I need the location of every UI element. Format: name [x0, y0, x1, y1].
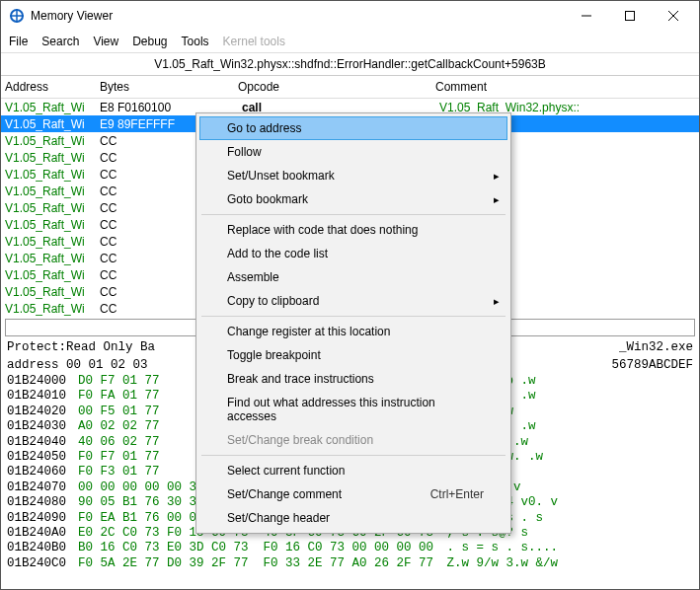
menu-search[interactable]: Search [41, 35, 79, 48]
menu-item[interactable]: Set/Change header [199, 506, 507, 530]
menu-kernel-tools[interactable]: Kernel tools [223, 35, 285, 48]
menu-item[interactable]: Change register at this location [199, 320, 507, 343]
context-menu: Go to addressFollowSet/Unset bookmark▸Go… [195, 112, 511, 534]
hex-addr: 01B24060 [7, 465, 78, 479]
col-bytes[interactable]: Bytes [100, 80, 238, 94]
hex-addr: 01B24040 [7, 435, 78, 450]
app-icon [9, 8, 25, 24]
hex-addr: 01B24030 [7, 419, 78, 434]
module-label: _Win32.exe [619, 340, 693, 354]
disasm-header: Address Bytes Opcode Comment [1, 76, 699, 99]
menu-item[interactable]: Assemble [199, 265, 507, 289]
chevron-right-icon: ▸ [494, 170, 500, 183]
addr-cell: V1.05_Raft_Wi [1, 285, 100, 299]
minimize-button[interactable] [565, 2, 608, 30]
menu-separator [201, 214, 506, 215]
addr-cell: V1.05_Raft_Wi [1, 302, 100, 316]
svg-rect-4 [626, 12, 635, 21]
menu-item[interactable]: Set/Change commentCtrl+Enter [199, 482, 507, 506]
menu-item[interactable]: Goto bookmark▸ [199, 187, 507, 211]
menu-file[interactable]: File [9, 35, 28, 48]
menu-item-label: Break and trace instructions [227, 372, 484, 386]
hex-addr: 01B240C0 [7, 556, 78, 571]
menu-item-label: Goto bookmark [227, 192, 484, 206]
menu-item-label: Copy to clipboard [227, 294, 484, 308]
menu-item-label: Replace with code that does nothing [227, 223, 484, 237]
menu-item[interactable]: Go to address [199, 116, 507, 140]
window-controls [565, 2, 695, 30]
menu-item[interactable]: Find out what addresses this instruction… [199, 391, 507, 428]
hex-addr: 01B24050 [7, 450, 78, 465]
menu-item: Set/Change break condition [199, 428, 507, 452]
menu-item-label: Toggle breakpoint [227, 348, 484, 362]
addr-cell: V1.05_Raft_Wi [1, 168, 100, 182]
hex-addr: 01B24000 [7, 374, 78, 389]
menu-item-label: Set/Change break condition [227, 433, 484, 447]
menu-item-label: Set/Unset bookmark [227, 169, 484, 183]
hex-addr: 01B240A0 [7, 526, 78, 541]
menu-item-label: Select current function [227, 464, 484, 478]
hex-addr: 01B240B0 [7, 541, 78, 555]
menu-debug[interactable]: Debug [132, 35, 167, 48]
menu-item-label: Change register at this location [227, 325, 484, 338]
menu-item[interactable]: Select current function [199, 459, 507, 482]
window-title: Memory Viewer [31, 9, 565, 23]
addr-cell: V1.05_Raft_Wi [1, 268, 100, 282]
hex-row[interactable]: 01B240C0F0 5A 2E 77 D0 39 2F 77 F0 33 2E… [1, 556, 699, 571]
menu-item[interactable]: Add to the code list [199, 242, 507, 265]
menu-separator [201, 316, 506, 317]
address-bar[interactable]: V1.05_Raft_Win32.physx::shdfnd::ErrorHan… [1, 53, 699, 76]
menu-bar: File Search View Debug Tools Kernel tool… [1, 31, 699, 53]
menu-tools[interactable]: Tools [182, 35, 209, 48]
hex-row[interactable]: 01B240B0B0 16 C0 73 E0 3D C0 73 F0 16 C0… [1, 541, 699, 555]
hex-colhead-right: 56789ABCDEF [611, 358, 693, 372]
col-comment[interactable]: Comment [435, 80, 699, 94]
maximize-button[interactable] [608, 2, 652, 30]
addr-cell: V1.05_Raft_Wi [1, 117, 100, 131]
menu-item-label: Find out what addresses this instruction… [227, 396, 484, 423]
menu-item-label: Go to address [227, 121, 484, 135]
menu-separator [201, 455, 506, 456]
hex-bytes: F0 5A 2E 77 D0 39 2F 77 F0 33 2E 77 A0 2… [78, 556, 433, 571]
hex-addr: 01B24070 [7, 480, 78, 495]
menu-item[interactable]: Set/Unset bookmark▸ [199, 164, 507, 187]
menu-item[interactable]: Copy to clipboard▸ [199, 289, 507, 313]
hex-ascii: . s = s . s.... [439, 541, 558, 555]
menu-item[interactable]: Follow [199, 140, 507, 164]
chevron-right-icon: ▸ [494, 193, 500, 206]
menu-item-label: Set/Change header [227, 511, 484, 525]
col-opcode[interactable]: Opcode [238, 80, 435, 94]
menu-item-shortcut: Ctrl+Enter [430, 487, 484, 501]
addr-cell: V1.05_Raft_Wi [1, 101, 100, 114]
menu-item-label: Add to the code list [227, 247, 484, 260]
hex-addr: 01B24020 [7, 405, 78, 419]
hex-ascii: Z.w 9/w 3.w &/w [439, 556, 558, 571]
title-bar: Memory Viewer [1, 1, 699, 31]
hex-bytes: B0 16 C0 73 E0 3D C0 73 F0 16 C0 73 00 0… [78, 541, 433, 555]
hex-addr: 01B24090 [7, 511, 78, 526]
col-address[interactable]: Address [1, 80, 100, 94]
menu-item[interactable]: Toggle breakpoint [199, 343, 507, 367]
menu-item-label: Set/Change comment [227, 487, 430, 501]
menu-item[interactable]: Replace with code that does nothing [199, 218, 507, 242]
menu-item[interactable]: Break and trace instructions [199, 367, 507, 391]
addr-cell: V1.05_Raft_Wi [1, 201, 100, 215]
addr-cell: V1.05_Raft_Wi [1, 235, 100, 249]
addr-cell: V1.05_Raft_Wi [1, 252, 100, 265]
addr-cell: V1.05_Raft_Wi [1, 218, 100, 232]
menu-item-label: Follow [227, 145, 484, 159]
addr-cell: V1.05_Raft_Wi [1, 151, 100, 165]
addr-cell: V1.05_Raft_Wi [1, 184, 100, 198]
hex-addr: 01B24080 [7, 495, 78, 510]
chevron-right-icon: ▸ [494, 295, 500, 308]
menu-item-label: Assemble [227, 270, 484, 284]
hex-addr: 01B24010 [7, 389, 78, 404]
menu-view[interactable]: View [93, 35, 118, 48]
close-button[interactable] [652, 2, 695, 30]
addr-cell: V1.05_Raft_Wi [1, 134, 100, 148]
